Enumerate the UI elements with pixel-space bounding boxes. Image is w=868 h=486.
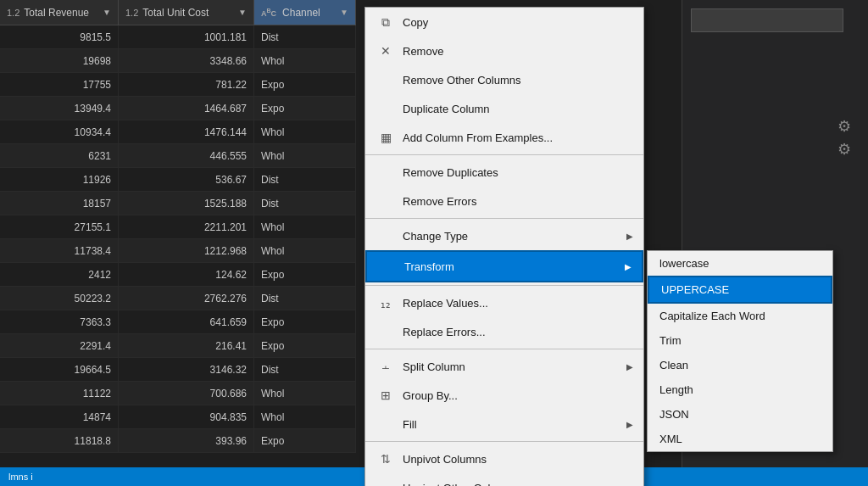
menu-icon-remove: ✕ bbox=[376, 42, 396, 59]
table-row: 27155.12211.201Whol bbox=[0, 215, 356, 239]
table-body: 9815.51001.181Dist196983348.66Whol177557… bbox=[0, 25, 356, 453]
table-row: 11738.41212.968Whol bbox=[0, 239, 356, 263]
menu-item-remove_errors[interactable]: Remove Errors bbox=[365, 187, 643, 215]
menu-label-remove: Remove bbox=[403, 45, 633, 58]
col-label-revenue: Total Revenue bbox=[24, 7, 89, 19]
submenu-item-json[interactable]: JSON bbox=[648, 402, 832, 427]
menu-item-add_column_examples[interactable]: ▦Add Column From Examples... bbox=[365, 123, 643, 152]
table-row: 6231446.555Whol bbox=[0, 144, 356, 168]
cell-revenue: 9815.5 bbox=[0, 25, 119, 48]
cell-unit-cost: 446.555 bbox=[119, 144, 254, 167]
cell-unit-cost: 1464.687 bbox=[119, 97, 254, 120]
menu-item-copy[interactable]: ⧉Copy bbox=[365, 8, 643, 36]
cell-channel: Whol bbox=[254, 120, 356, 143]
menu-label-copy: Copy bbox=[403, 16, 633, 29]
col-header-unit[interactable]: 1.2 Total Unit Cost ▼ bbox=[119, 0, 254, 25]
cell-channel: Dist bbox=[254, 192, 356, 215]
search-box bbox=[691, 8, 843, 32]
menu-label-duplicate_column: Duplicate Column bbox=[403, 103, 633, 115]
menu-icon-unpivot_columns: ⇅ bbox=[376, 450, 396, 467]
col-label-channel: Channel bbox=[282, 7, 320, 19]
unit-type-icon: 1.2 bbox=[125, 8, 138, 18]
cell-unit-cost: 1525.188 bbox=[119, 192, 254, 215]
cell-channel: Dist bbox=[254, 25, 356, 48]
menu-item-fill[interactable]: Fill▶ bbox=[365, 410, 643, 439]
revenue-dropdown-icon[interactable]: ▼ bbox=[103, 8, 111, 17]
menu-item-remove[interactable]: ✕Remove bbox=[365, 36, 643, 65]
data-table: 1.2 Total Revenue ▼ 1.2 Total Unit Cost … bbox=[0, 0, 356, 486]
menu-arrow-split_column: ▶ bbox=[626, 362, 633, 371]
cell-revenue: 6231 bbox=[0, 144, 119, 167]
col-header-channel[interactable]: ABC Channel ▼ bbox=[254, 0, 356, 25]
menu-item-split_column[interactable]: ⫠Split Column▶ bbox=[365, 352, 643, 381]
menu-item-unpivot_other_columns[interactable]: Unpivot Other Columns bbox=[365, 473, 643, 486]
cell-unit-cost: 3146.32 bbox=[119, 358, 254, 381]
menu-label-unpivot_other_columns: Unpivot Other Columns bbox=[403, 482, 633, 487]
revenue-type-icon: 1.2 bbox=[7, 8, 19, 18]
submenu-item-length[interactable]: Length bbox=[648, 377, 832, 402]
submenu-item-clean[interactable]: Clean bbox=[648, 353, 832, 377]
menu-item-unpivot_columns[interactable]: ⇅Unpivot Columns bbox=[365, 444, 643, 473]
cell-unit-cost: 641.659 bbox=[119, 310, 254, 333]
menu-item-duplicate_column[interactable]: Duplicate Column bbox=[365, 94, 643, 123]
table-row: 9815.51001.181Dist bbox=[0, 25, 356, 49]
table-row: 196983348.66Whol bbox=[0, 49, 356, 73]
menu-label-fill: Fill bbox=[403, 418, 626, 431]
submenu-item-xml[interactable]: XML bbox=[648, 427, 832, 451]
menu-item-change_type[interactable]: Change Type▶ bbox=[365, 221, 643, 250]
menu-item-transform[interactable]: Transform▶lowercaseUPPERCASECapitalize E… bbox=[365, 250, 643, 282]
menu-label-add_column_examples: Add Column From Examples... bbox=[403, 131, 633, 144]
cell-channel: Dist bbox=[254, 168, 356, 191]
cell-channel: Expo bbox=[254, 97, 356, 120]
menu-separator-18 bbox=[365, 441, 643, 442]
menu-item-replace_errors[interactable]: Replace Errors... bbox=[365, 317, 643, 346]
context-menu: ⧉Copy✕RemoveRemove Other ColumnsDuplicat… bbox=[364, 7, 644, 486]
menu-item-group_by[interactable]: ⊞Group By... bbox=[365, 381, 643, 410]
menu-item-remove_other_columns[interactable]: Remove Other Columns bbox=[365, 65, 643, 94]
table-row: 13949.41464.687Expo bbox=[0, 97, 356, 120]
table-row: 19664.53146.32Dist bbox=[0, 358, 356, 382]
menu-icon-replace_errors bbox=[376, 323, 396, 340]
cell-revenue: 18157 bbox=[0, 192, 119, 215]
cell-channel: Dist bbox=[254, 287, 356, 310]
submenu-item-uppercase[interactable]: UPPERCASE bbox=[648, 276, 832, 304]
channel-dropdown-icon[interactable]: ▼ bbox=[340, 8, 348, 17]
cell-unit-cost: 124.62 bbox=[119, 263, 254, 286]
cell-unit-cost: 2762.276 bbox=[119, 287, 254, 310]
menu-icon-remove_errors bbox=[376, 193, 396, 209]
submenu-item-trim[interactable]: Trim bbox=[648, 328, 832, 353]
menu-label-replace_errors: Replace Errors... bbox=[403, 326, 633, 338]
transform-submenu: lowercaseUPPERCASECapitalize Each WordTr… bbox=[647, 250, 833, 452]
table-row: 14874904.835Whol bbox=[0, 405, 356, 429]
unit-dropdown-icon[interactable]: ▼ bbox=[238, 8, 247, 17]
menu-label-group_by: Group By... bbox=[403, 389, 633, 402]
right-panel-content: ⚙ ⚙ bbox=[682, 0, 868, 171]
cell-unit-cost: 536.67 bbox=[119, 168, 254, 191]
col-header-revenue[interactable]: 1.2 Total Revenue ▼ bbox=[0, 0, 119, 25]
submenu-item-lowercase[interactable]: lowercase bbox=[648, 251, 832, 276]
cell-revenue: 17755 bbox=[0, 73, 119, 96]
menu-label-unpivot_columns: Unpivot Columns bbox=[403, 453, 633, 466]
table-row: 2291.4216.41Expo bbox=[0, 334, 356, 358]
submenu-item-capitalize[interactable]: Capitalize Each Word bbox=[648, 304, 832, 328]
cell-channel: Expo bbox=[254, 73, 356, 96]
cell-unit-cost: 216.41 bbox=[119, 334, 254, 357]
cell-channel: Expo bbox=[254, 334, 356, 357]
cell-revenue: 27155.1 bbox=[0, 215, 119, 238]
menu-arrow-transform: ▶ bbox=[625, 262, 632, 271]
bottom-bar-text: lmns i bbox=[8, 472, 33, 482]
cell-revenue: 14874 bbox=[0, 405, 119, 428]
cell-revenue: 2291.4 bbox=[0, 334, 119, 357]
menu-item-remove_duplicates[interactable]: Remove Duplicates bbox=[365, 158, 643, 187]
cell-revenue: 13949.4 bbox=[0, 97, 119, 120]
cell-revenue: 50223.2 bbox=[0, 287, 119, 310]
menu-icon-group_by: ⊞ bbox=[376, 387, 396, 404]
gear-icon-1[interactable]: ⚙ bbox=[837, 117, 851, 136]
col-label-unit: Total Unit Cost bbox=[142, 7, 209, 19]
cell-channel: Expo bbox=[254, 310, 356, 333]
gear-icon-2[interactable]: ⚙ bbox=[837, 140, 851, 159]
menu-label-remove_errors: Remove Errors bbox=[403, 195, 633, 208]
cell-channel: Expo bbox=[254, 263, 356, 286]
menu-label-change_type: Change Type bbox=[403, 230, 626, 243]
menu-item-replace_values[interactable]: ₁₂Replace Values... bbox=[365, 288, 643, 317]
